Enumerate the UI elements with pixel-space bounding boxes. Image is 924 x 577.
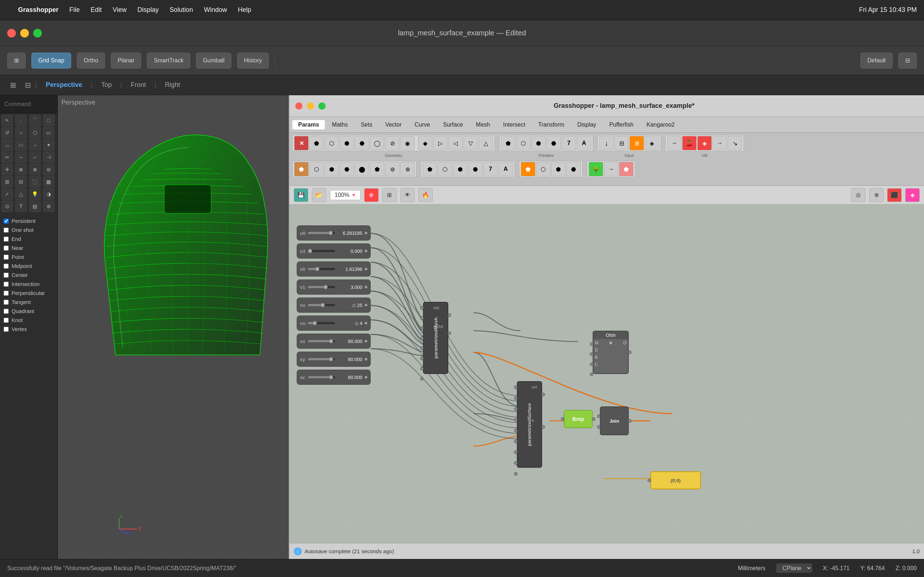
freeform-tool[interactable]: ✦ xyxy=(43,139,55,151)
gh-icon-box[interactable]: ⬡ xyxy=(325,136,339,150)
gh-tab-params[interactable]: Params xyxy=(292,120,325,129)
tab-perspective[interactable]: Perspective xyxy=(37,75,91,95)
fillet-tool[interactable]: ⌐ xyxy=(29,152,41,163)
snap-point[interactable]: Point xyxy=(3,253,54,261)
hatch-tool[interactable]: ▤ xyxy=(29,200,41,212)
view-tab-icon2[interactable]: ⊟ xyxy=(21,81,36,89)
port-surf-u0[interactable] xyxy=(514,385,518,389)
array-tool[interactable]: ⊞ xyxy=(2,176,13,187)
port-surf-sy[interactable] xyxy=(514,461,518,465)
gh-r2-g4-2[interactable]: → xyxy=(604,162,618,176)
slider-sz-thumb[interactable] xyxy=(329,375,333,379)
slider-nv-thumb[interactable] xyxy=(320,303,325,307)
default-button[interactable]: Default xyxy=(861,53,893,69)
gh-r2-7[interactable]: ⊚ xyxy=(385,162,399,176)
gh-icon-geo4[interactable]: ◁ xyxy=(448,136,463,150)
gh-input4[interactable]: ◈ xyxy=(645,136,659,150)
gh-tab-intersect[interactable]: Intersect xyxy=(498,120,531,129)
slider-u1-thumb[interactable] xyxy=(308,249,312,253)
port-surf-u1[interactable] xyxy=(514,396,518,400)
tab-front[interactable]: Front xyxy=(122,75,155,95)
snap-intersection-checkbox[interactable] xyxy=(3,282,9,287)
gh-util2[interactable]: 🍒 xyxy=(682,136,696,150)
close-button[interactable] xyxy=(7,29,16,37)
gh-tab-display[interactable]: Display xyxy=(571,120,602,129)
history-button[interactable]: History xyxy=(237,53,269,69)
snap-perpendicular-checkbox[interactable] xyxy=(3,291,9,296)
slider-nv[interactable]: nv ◇ 25 xyxy=(297,298,371,313)
slider-u1-track[interactable] xyxy=(308,250,335,252)
snap-knot-checkbox[interactable] xyxy=(3,318,9,323)
port-mesh-v1[interactable] xyxy=(420,326,424,330)
scale-tool[interactable]: ⊗ xyxy=(29,164,41,175)
gh-tab-pufferfish[interactable]: Pufferfish xyxy=(604,120,639,129)
gh-zoom-fit[interactable]: ⊕ xyxy=(364,188,379,202)
gh-tab-curve[interactable]: Curve xyxy=(409,120,436,129)
split-tool[interactable]: ⊣ xyxy=(43,152,55,163)
gh-util1[interactable]: → xyxy=(667,136,682,150)
gh-tab-maths[interactable]: Maths xyxy=(326,120,354,129)
slider-u0-track[interactable] xyxy=(308,232,335,234)
surface-tool[interactable]: □ xyxy=(43,115,55,126)
port-mesh-nu[interactable] xyxy=(420,347,424,350)
cplane-select[interactable]: CPlane xyxy=(776,564,812,573)
gh-icon-geo2[interactable]: ◆ xyxy=(418,136,432,150)
node-join[interactable]: Join xyxy=(600,406,629,435)
slider-v0-thumb[interactable] xyxy=(315,267,320,271)
slider-v0[interactable]: v0 1.81396 xyxy=(297,261,371,277)
mesh-tool[interactable]: ▦ xyxy=(43,176,55,187)
gh-r2-5[interactable]: ⬤ xyxy=(355,162,369,176)
menu-view[interactable]: View xyxy=(113,6,127,14)
slider-v1-thumb[interactable] xyxy=(323,285,328,289)
port-ofsh-d[interactable] xyxy=(590,352,593,356)
port-mesh-v0[interactable] xyxy=(420,316,424,320)
slider-nu-track[interactable] xyxy=(308,322,335,324)
slider-u1[interactable]: u1 0.000 xyxy=(297,243,371,259)
snap-point-checkbox[interactable] xyxy=(3,255,9,259)
gh-r2-4[interactable]: ⬣ xyxy=(340,162,354,176)
slider-sx[interactable]: sx 80.000 xyxy=(297,334,371,349)
slider-u0[interactable]: u0 6.283185 xyxy=(297,226,371,240)
menu-file[interactable]: File xyxy=(69,6,80,14)
port-yellow-in[interactable] xyxy=(648,479,651,482)
snap-persistent[interactable]: Persistent xyxy=(3,216,54,226)
text-tool[interactable]: T xyxy=(15,200,27,212)
snap-center-checkbox[interactable] xyxy=(3,272,9,278)
menu-grasshopper[interactable]: Grasshopper xyxy=(18,6,58,14)
gh-r2-g3-1[interactable]: ⬟ xyxy=(521,162,535,176)
snap-near[interactable]: Near xyxy=(3,243,54,253)
snap-oneshot-checkbox[interactable] xyxy=(3,227,9,233)
gh-bake-btn[interactable]: 🔥 xyxy=(418,188,433,202)
arc-tool[interactable]: ⌓ xyxy=(2,139,13,151)
port-mesh-nv[interactable] xyxy=(420,337,424,340)
port-mesh-out[interactable] xyxy=(447,313,451,317)
node-brep[interactable]: Brep xyxy=(564,410,593,428)
snap-near-checkbox[interactable] xyxy=(3,246,9,251)
slider-v1[interactable]: v1 3.000 xyxy=(297,279,371,295)
tab-right[interactable]: Right xyxy=(156,75,189,95)
slider-nu[interactable]: nu ◇ 4 xyxy=(297,316,371,331)
light-tool[interactable]: 💡 xyxy=(29,188,41,200)
view-tab-icon1[interactable]: ⊞ xyxy=(6,81,21,89)
gh-tab-transform[interactable]: Transform xyxy=(532,120,570,129)
gh-r2-g2-5[interactable]: 7 xyxy=(483,162,498,176)
slider-sx-thumb[interactable] xyxy=(329,339,333,343)
port-join-c[interactable] xyxy=(597,425,601,429)
node-ofsh[interactable]: Ofsh M O D B xyxy=(593,331,629,374)
gh-tab-sets[interactable]: Sets xyxy=(355,120,378,129)
gh-view-r2[interactable]: ⊗ xyxy=(869,188,884,202)
gh-view-r1[interactable]: ◎ xyxy=(851,188,866,202)
port-surf-v1[interactable] xyxy=(514,418,518,422)
port-ofsh-m[interactable] xyxy=(590,342,593,346)
gh-prim4[interactable]: ⬣ xyxy=(546,136,561,150)
move-tool[interactable]: ✛ xyxy=(2,164,13,175)
check-tool[interactable]: △ xyxy=(15,188,27,200)
gh-icon-circle2[interactable]: ◯ xyxy=(370,136,384,150)
gh-view-r3[interactable]: ⬛ xyxy=(887,188,901,202)
gh-close-button[interactable] xyxy=(295,102,302,110)
port-ofsh-b[interactable] xyxy=(590,363,593,366)
node-output-yellow[interactable]: (0;0) xyxy=(650,471,701,489)
port-mesh-sz[interactable] xyxy=(420,377,424,380)
tab-top[interactable]: Top xyxy=(92,75,120,95)
solid-tool[interactable]: ⬛ xyxy=(29,176,41,187)
